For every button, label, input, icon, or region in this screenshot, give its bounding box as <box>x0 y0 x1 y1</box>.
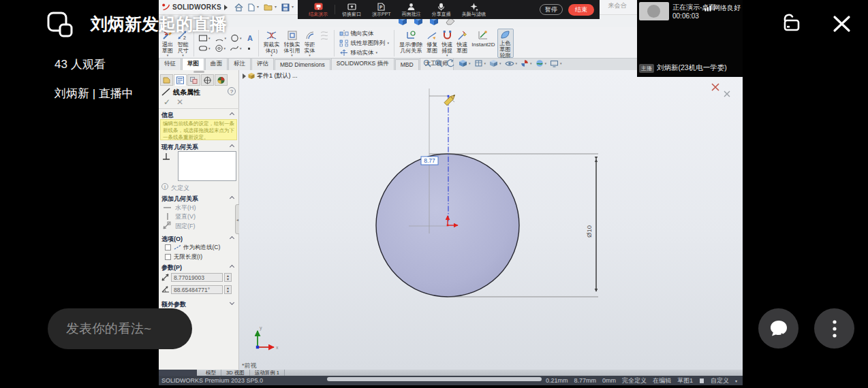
custom-dropdown-icon[interactable]: ▾ <box>735 378 737 383</box>
previous-view-icon[interactable] <box>446 59 455 67</box>
switch-window-button[interactable]: 切换窗口 <box>342 3 361 16</box>
more-options-button[interactable] <box>814 308 854 349</box>
expand-chevron-icon[interactable] <box>230 300 234 305</box>
beauty-filter-button[interactable]: 美颜与滤镜 <box>462 3 486 16</box>
model-tab[interactable]: 模型 <box>201 370 221 376</box>
section-view-dropdown-icon[interactable]: ▾ <box>469 62 471 65</box>
collapse-chevron-icon[interactable] <box>230 265 234 270</box>
ribbon-move-entities-button[interactable]: 移动实体▾ <box>339 49 390 57</box>
ribbon-offset-entities-button[interactable]: 等距 实体▾ <box>303 29 317 58</box>
length-value-field[interactable]: 8.77019003 <box>171 273 223 282</box>
ribbon-rapid-sketch-button[interactable]: 快速 草图 <box>454 29 469 58</box>
hide-show-dropdown-icon[interactable]: ▾ <box>516 62 518 65</box>
collapse-chevron-icon[interactable] <box>230 144 234 149</box>
view-orientation-icon[interactable] <box>474 59 483 67</box>
stop-presenting-button[interactable]: 结束演示 <box>309 3 328 16</box>
hide-show-items-icon[interactable] <box>505 60 514 67</box>
open-dropdown-icon[interactable]: ▾ <box>275 5 277 9</box>
length-spinner[interactable]: ▲▼ <box>224 273 232 282</box>
view-settings-dropdown-icon[interactable]: ▾ <box>560 62 562 65</box>
camera-thumbnail[interactable] <box>639 2 669 20</box>
polygon-tool-button[interactable]: ▾ <box>215 44 226 52</box>
line-endpoint[interactable] <box>448 95 450 97</box>
ribbon-instant2d-button[interactable]: Instant2D <box>469 29 497 58</box>
zoom-area-icon[interactable] <box>435 59 443 67</box>
spline-tool-button[interactable]: ▾ <box>230 44 242 52</box>
pause-button[interactable]: 暂停 <box>540 4 563 15</box>
ribbon-convert-entities-button[interactable]: 转换实 体引用▾ <box>282 29 303 58</box>
construction-line-checkbox[interactable] <box>165 244 171 250</box>
new-document-dropdown-icon[interactable]: ▾ <box>257 5 259 9</box>
sketch-text-button[interactable]: A <box>246 34 254 42</box>
relation-fix[interactable]: 固定(F) <box>175 222 196 231</box>
tab-annotation[interactable]: 标注 <box>228 58 251 70</box>
options-header[interactable]: 选项(O) <box>161 235 183 244</box>
tab-sketch[interactable]: 草图 <box>182 58 204 70</box>
ribbon-shaded-contours-button[interactable]: 上色 草图 轮廓 <box>497 29 514 58</box>
dimxpert-manager-tab[interactable] <box>201 74 214 86</box>
tab-evaluate[interactable]: 评估 <box>251 58 274 70</box>
section-view-icon[interactable] <box>459 59 467 67</box>
tab-features[interactable]: 特征 <box>159 58 181 70</box>
comment-input[interactable]: 发表你的看法~ <box>48 308 192 349</box>
featuremanager-tree-tab[interactable] <box>160 74 173 86</box>
display-style-icon[interactable] <box>489 59 498 67</box>
tree-expand-arrow-icon[interactable] <box>242 74 246 79</box>
view-orientation-dropdown-icon[interactable]: ▾ <box>484 62 486 65</box>
ribbon-trim-entities-button[interactable]: 剪裁实 体(1)▾ <box>262 29 282 58</box>
help-icon[interactable]: ? <box>228 87 236 95</box>
inline-dimension-input[interactable]: 8.77 <box>421 157 438 165</box>
tab-sw-addins[interactable]: SOLIDWORKS 插件 <box>331 58 394 70</box>
appearance-dropdown-icon[interactable]: ▾ <box>530 62 532 65</box>
apply-scene-icon[interactable] <box>536 59 544 67</box>
ribbon-linear-pattern-button[interactable]: 线性草图阵列▾ <box>339 39 390 48</box>
zoom-fit-icon[interactable] <box>423 59 431 67</box>
tab-mbd[interactable]: MBD <box>395 59 419 70</box>
new-document-icon[interactable] <box>248 3 255 12</box>
end-button[interactable]: 结束 <box>568 4 594 16</box>
display-style-dropdown-icon[interactable]: ▾ <box>499 62 501 65</box>
collapse-chevron-icon[interactable] <box>230 196 234 201</box>
horizontal-scrollbar-thumb[interactable] <box>327 377 542 381</box>
ribbon-quick-snaps-button[interactable]: 快速 捕捉▾ <box>439 29 454 58</box>
feature-tree-flyout[interactable]: 零件1 (默认) ... <box>242 71 298 80</box>
circle-tool-button[interactable]: ▾ <box>230 34 242 42</box>
edit-appearance-icon[interactable] <box>521 59 529 67</box>
configuration-manager-tab[interactable] <box>187 74 200 86</box>
add-relations-header[interactable]: 添加几何关系 <box>161 195 198 204</box>
sketch-canvas[interactable]: Ø10 8.77 <box>239 70 743 370</box>
tab-mbd-dimensions[interactable]: MBD Dimensions <box>275 59 330 70</box>
open-folder-icon[interactable] <box>264 3 273 11</box>
cancel-button[interactable]: ✕ <box>176 97 183 107</box>
relations-listbox[interactable] <box>178 151 236 181</box>
collapse-chevron-icon[interactable] <box>230 112 234 117</box>
infinite-length-checkbox[interactable] <box>165 254 171 260</box>
home-icon[interactable] <box>234 3 243 12</box>
angle-spinner[interactable]: ▲▼ <box>224 285 232 294</box>
ribbon-display-relations-button[interactable]: 显示/删除 几何关系 <box>397 29 424 58</box>
point-tool-button[interactable] <box>246 46 252 52</box>
rotation-lock-icon[interactable] <box>779 12 802 34</box>
motion-study-tab[interactable]: 运动算例 1 <box>250 370 285 376</box>
confirmation-corner[interactable] <box>712 84 730 97</box>
panel-drag-handle[interactable] <box>193 71 204 73</box>
displaymanager-tab[interactable] <box>215 74 228 86</box>
custom-toolbar-label[interactable]: 自定义 <box>711 376 729 385</box>
parameters-header[interactable]: 参数(P) <box>161 263 182 272</box>
slot-tool-button[interactable]: ▾ <box>198 45 211 52</box>
angle-value-field[interactable]: 88.65484771° <box>171 285 223 294</box>
close-icon[interactable] <box>832 14 852 33</box>
collapse-chevron-icon[interactable] <box>230 236 234 241</box>
share-live-button[interactable]: 分享直播 <box>432 3 451 16</box>
scene-dropdown-icon[interactable]: ▾ <box>545 62 547 65</box>
relation-horizontal[interactable]: 水平(H) <box>175 204 196 212</box>
view-settings-icon[interactable] <box>550 60 559 67</box>
accept-button[interactable]: ✓ <box>164 97 170 107</box>
relation-vertical[interactable]: 竖直(V) <box>175 212 196 221</box>
chat-button[interactable] <box>758 308 799 349</box>
brand-expand-arrow-icon[interactable] <box>223 5 228 10</box>
tab-surfaces[interactable]: 曲面 <box>205 58 228 70</box>
ribbon-repair-sketch-button[interactable]: 修复 草图 <box>424 29 439 58</box>
present-ppt-button[interactable]: P 演示PPT <box>372 3 391 16</box>
save-icon[interactable] <box>281 3 290 12</box>
